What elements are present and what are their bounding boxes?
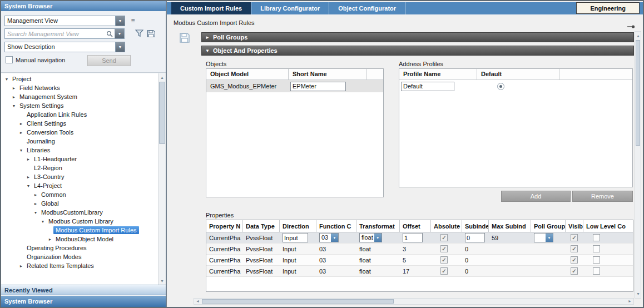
filter-icon[interactable] [134, 28, 144, 38]
scrollbar-thumb[interactable] [636, 40, 640, 146]
save-icon[interactable] [179, 32, 190, 46]
profile-name-input[interactable] [401, 82, 454, 91]
expand-arrow-icon[interactable]: ► [11, 86, 17, 90]
management-view-dropdown[interactable]: Management View ▼ [4, 16, 125, 26]
pin-icon[interactable] [627, 21, 635, 31]
tree-item-operating-procedures[interactable]: Operating Procedures [1, 244, 158, 252]
properties-row[interactable]: CurrentPhaPvssFloatInput03float5✓0✓ [206, 255, 633, 266]
tree-item-client-settings[interactable]: ►Client Settings [1, 119, 158, 128]
tree-item-modbus-custom-library[interactable]: ▼Modbus Custom Library [1, 217, 158, 226]
scroll-right-icon[interactable]: ► [626, 299, 633, 304]
expand-arrow-icon[interactable]: ► [25, 175, 32, 179]
tree-item-l1-headquarter[interactable]: ►L1-Headquarter [1, 155, 158, 163]
properties-column-header[interactable]: Transformat [356, 220, 400, 232]
tree-item-l3-country[interactable]: ►L3-Country [1, 172, 158, 181]
objects-row[interactable]: GMS_Modbus_EPMeter [206, 80, 383, 92]
visible-checkbox[interactable]: ✓ [571, 245, 578, 252]
tree-item-journaling[interactable]: Journaling [1, 137, 158, 146]
expand-arrow-icon[interactable]: ► [18, 264, 24, 268]
chevron-down-icon[interactable]: ▼ [546, 234, 553, 242]
absolute-checkbox[interactable]: ✓ [440, 245, 448, 252]
properties-column-header[interactable]: Offset [400, 220, 431, 232]
scroll-down-icon[interactable]: ▼ [158, 277, 166, 285]
poll-groups-section-header[interactable]: ► Poll Groups [201, 32, 634, 42]
tree-item-modbus-custom-import-rules[interactable]: Modbus Custom Import Rules [1, 226, 158, 235]
subindex-input[interactable] [465, 233, 485, 242]
scrollbar-thumb[interactable] [202, 299, 394, 304]
offset-input[interactable] [403, 233, 423, 242]
scroll-up-icon[interactable]: ▲ [635, 32, 642, 39]
expand-arrow-icon[interactable]: ► [202, 35, 213, 40]
properties-row[interactable]: CurrentPhaPvssFloat03▼float▼✓59▼✓ [206, 232, 633, 244]
chevron-down-icon[interactable]: ▼ [331, 234, 338, 242]
chevron-down-icon[interactable]: ▼ [115, 16, 125, 26]
collapse-arrow-icon[interactable]: ▼ [18, 148, 24, 152]
tab-library-configurator[interactable]: Library Configurator [251, 2, 329, 14]
tree-item-l4-project[interactable]: ▼L4-Project [1, 181, 158, 190]
tree-item-modbusobject-model[interactable]: ►ModbusObject Model [1, 235, 158, 244]
direction-input[interactable] [283, 233, 308, 242]
scroll-up-icon[interactable]: ▲ [158, 74, 166, 81]
remove-button[interactable]: Remove [572, 191, 633, 202]
tree-item-conversion-tools[interactable]: ►Conversion Tools [1, 128, 158, 137]
recently-viewed-bar[interactable]: Recently Viewed [1, 285, 166, 295]
profiles-column-default[interactable]: Default [477, 69, 559, 80]
tab-object-configurator[interactable]: Object Configurator [329, 2, 405, 14]
tree-item-project[interactable]: ▼Project [1, 74, 158, 83]
tree-item-application-link-rules[interactable]: Application Link Rules [1, 110, 158, 119]
transformation-dropdown[interactable]: float▼ [359, 233, 382, 242]
properties-column-header[interactable]: Visibi [566, 220, 583, 232]
properties-column-header[interactable]: Poll Group [531, 220, 566, 232]
expand-arrow-icon[interactable]: ► [18, 122, 24, 126]
low-level-checkbox[interactable] [593, 267, 600, 275]
collapse-arrow-icon[interactable]: ▼ [202, 48, 213, 53]
visible-checkbox[interactable]: ✓ [571, 267, 578, 275]
low-level-checkbox[interactable] [593, 245, 600, 252]
properties-column-header[interactable]: Low Level Co [583, 220, 633, 232]
tree-item-field-networks[interactable]: ►Field Networks [1, 83, 158, 92]
collapse-arrow-icon[interactable]: ▼ [32, 211, 39, 215]
short-name-input[interactable] [290, 82, 346, 91]
tree-item-organization-modes[interactable]: Organization Modes [1, 252, 158, 261]
expand-arrow-icon[interactable]: ► [32, 202, 39, 206]
low-level-checkbox[interactable] [593, 256, 600, 264]
address-profile-row[interactable] [399, 80, 632, 92]
expand-arrow-icon[interactable]: ► [25, 157, 32, 161]
expand-arrow-icon[interactable]: ► [18, 131, 24, 135]
collapse-arrow-icon[interactable]: ▼ [39, 220, 46, 223]
vertical-scrollbar[interactable]: ▲ ▼ [635, 31, 641, 299]
properties-column-header[interactable]: Direction [280, 220, 316, 232]
collapse-arrow-icon[interactable]: ▼ [11, 104, 17, 108]
poll-group-dropdown[interactable]: ▼ [534, 233, 553, 242]
properties-column-header[interactable]: Function C [316, 220, 356, 232]
scroll-down-icon[interactable]: ▼ [635, 290, 642, 297]
scroll-left-icon[interactable]: ◄ [194, 299, 201, 304]
tree-item-common[interactable]: ►Common [1, 190, 158, 199]
collapse-arrow-icon[interactable]: ▼ [3, 77, 10, 81]
tree-item-l2-region[interactable]: L2-Region [1, 163, 158, 172]
properties-column-header[interactable]: Data Type [243, 220, 280, 232]
search-options-chevron-icon[interactable]: ▼ [115, 29, 124, 38]
save-search-icon[interactable] [146, 28, 156, 38]
visible-checkbox[interactable]: ✓ [571, 234, 578, 241]
tree-item-management-system[interactable]: ►Management System [1, 92, 158, 101]
send-button[interactable]: Send [87, 55, 131, 66]
properties-column-header[interactable]: Property N [206, 220, 243, 232]
system-browser-bottom-bar[interactable]: System Browser [1, 296, 166, 307]
low-level-checkbox[interactable] [593, 234, 600, 241]
manual-navigation-checkbox[interactable] [6, 56, 13, 63]
properties-row[interactable]: CurrentPhaPvssFloatInput03float17✓0✓ [206, 266, 633, 277]
properties-column-header[interactable]: Absolute [431, 220, 462, 232]
visible-checkbox[interactable]: ✓ [571, 256, 578, 264]
objects-column-short-name[interactable]: Short Name [289, 69, 366, 80]
objects-column-object-model[interactable]: Object Model [206, 69, 289, 80]
properties-column-header[interactable]: Subinde [462, 220, 489, 232]
scrollbar-thumb[interactable] [159, 82, 165, 144]
view-menu-icon[interactable]: ≡ [128, 17, 137, 25]
add-button[interactable]: Add [501, 191, 571, 202]
tree-vertical-scrollbar[interactable]: ▲ ▼ [158, 73, 166, 285]
chevron-down-icon[interactable]: ▼ [374, 234, 382, 242]
function-code-dropdown[interactable]: 03▼ [319, 233, 339, 242]
absolute-checkbox[interactable]: ✓ [440, 234, 448, 241]
system-browser-header[interactable]: System Browser [1, 1, 166, 11]
